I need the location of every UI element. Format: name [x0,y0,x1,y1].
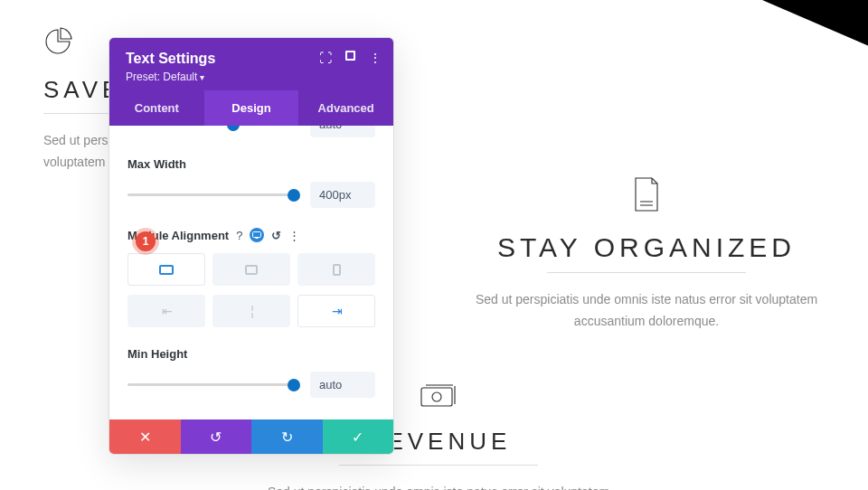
svg-point-1 [432,392,441,401]
text-fragment: Sed ut perspi [43,133,118,147]
revenue-body: Sed ut perspiciatis unde omnis iste natu… [244,482,633,490]
pie-chart-icon [43,27,72,56]
align-left-option[interactable]: ⇤ [127,295,205,327]
redo-button[interactable]: ↻ [251,419,323,454]
device-phone-tab[interactable] [297,253,375,286]
money-icon [420,384,457,408]
max-width-label: Max Width [127,157,375,171]
svg-rect-0 [421,388,452,406]
min-height-slider[interactable] [127,383,297,386]
min-height-label: Min Height [127,347,375,361]
more-icon[interactable]: ⋮ [368,51,382,65]
tab-advanced[interactable]: Advanced [298,90,393,126]
svg-rect-3 [256,238,259,239]
min-height-slider-row: auto [127,372,375,398]
more-options-icon[interactable]: ⋮ [288,229,300,242]
max-width-slider-row: 400px [127,182,375,208]
cancel-button[interactable]: ✕ [109,419,181,454]
undo-button[interactable]: ↺ [181,419,252,454]
callout-badge-1: 1 [136,231,156,251]
max-width-slider[interactable] [127,193,297,196]
stay-heading: STAY ORGANIZED [439,232,854,263]
desktop-icon [159,265,174,275]
stay-section: STAY ORGANIZED Sed ut perspiciatis unde … [439,176,854,333]
device-tablet-tab[interactable] [212,253,290,286]
help-icon[interactable]: ? [236,229,242,242]
divider [339,465,538,466]
alignment-options: ⇤ ¦ ⇥ [127,295,375,327]
expand-icon[interactable]: ⛶ [318,51,333,65]
device-desktop-tab[interactable] [127,253,205,286]
svg-rect-2 [253,232,261,238]
tab-content[interactable]: Content [109,90,204,126]
settings-panel: auto Max Width 400px Module Alignment ? … [109,126,393,419]
tab-design[interactable]: Design [204,90,299,126]
tablet-icon [245,265,258,275]
min-height-value[interactable]: auto [310,372,375,398]
width-slider-row: auto [127,126,375,137]
responsive-icon[interactable] [250,228,264,242]
modal-action-bar: ✕ ↺ ↻ ✓ [109,419,393,454]
stay-body: Sed ut perspiciatis unde omnis iste natu… [439,289,854,333]
divider [547,272,746,273]
module-alignment-controls: ? ↺ ⋮ [236,228,300,242]
save-button[interactable]: ✓ [323,419,394,454]
responsive-tabs [127,253,375,286]
preset-dropdown[interactable]: Preset: Default [126,71,377,83]
text-fragment: voluptatem a [43,155,116,169]
align-left-icon: ⇤ [162,304,171,318]
module-alignment-label: Module Alignment ? ↺ ⋮ [127,228,375,242]
max-width-value[interactable]: 400px [310,182,375,208]
align-center-icon: ¦ [250,304,252,318]
width-value[interactable]: auto [310,126,375,137]
modal-header: Text Settings Preset: Default ⛶ ⋮ [109,38,393,90]
reset-icon[interactable]: ↺ [271,229,281,242]
align-right-icon: ⇥ [332,304,341,318]
height-label: Height [127,418,375,419]
align-center-option[interactable]: ¦ [212,295,290,327]
align-right-option[interactable]: ⇥ [297,295,375,327]
phone-icon [333,264,341,276]
modal-tabs: Content Design Advanced [109,90,393,126]
snap-icon[interactable] [345,51,355,61]
document-icon [632,176,661,212]
